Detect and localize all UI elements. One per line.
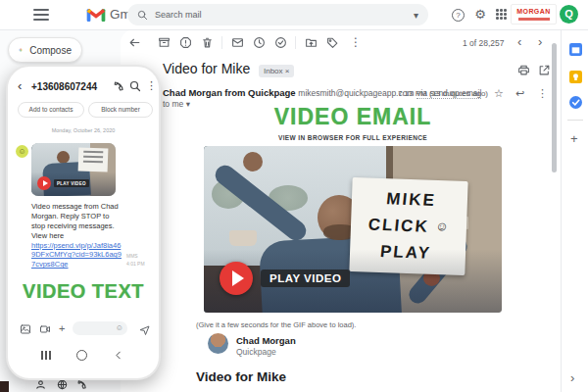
morgan-logo: MORGAN: [511, 4, 557, 24]
tasks-icon[interactable]: [569, 96, 582, 109]
video-email-thumbnail[interactable]: MIKE CLICK ☺ PLAY PLAY VIDEO: [204, 146, 502, 313]
view-in-browser-link[interactable]: VIEW IN BROWSER FOR FULL EXPERIENCE: [157, 134, 549, 141]
attach-video-icon[interactable]: [39, 323, 51, 335]
move-to-button[interactable]: [305, 35, 320, 51]
phone-search-icon[interactable]: [129, 80, 141, 92]
report-spam-button[interactable]: [179, 35, 195, 51]
inbox-label-text: Inbox: [264, 67, 283, 75]
gmail-app-window: Gmail Search mail ▾ ? ⚙ MORGAN Q Compose…: [0, 0, 588, 392]
play-video-label[interactable]: PLAY VIDEO: [261, 270, 350, 287]
message-link[interactable]: https://psend.vip/p/Jaf8ia469DFxCMfYg?ci…: [31, 241, 124, 270]
video-text-headline: VIDEO TEXT: [8, 280, 159, 303]
mini-play-triangle-icon: [43, 180, 48, 186]
google-side-panel: + ›: [561, 29, 588, 392]
play-triangle-icon: [232, 270, 244, 286]
labels-button[interactable]: [326, 35, 342, 51]
call-icon[interactable]: [113, 80, 124, 92]
block-number-button[interactable]: Block number: [88, 102, 153, 118]
email-timestamp: 7:13 PM (13 minutes ago): [353, 89, 488, 98]
conversation-date-header: Monday, October 26, 2020: [8, 127, 159, 133]
hide-side-panel-chevron[interactable]: ›: [570, 370, 574, 385]
message-meta: MMS 4:01 PM: [126, 253, 145, 268]
help-icon[interactable]: ?: [452, 9, 465, 22]
add-to-contacts-button[interactable]: Add to contacts: [18, 102, 84, 118]
mini-play-button[interactable]: [37, 176, 51, 190]
email-subject: Video for Mike: [163, 61, 250, 76]
composer-plus-icon[interactable]: +: [59, 322, 65, 334]
hamburger-menu-button[interactable]: [33, 9, 49, 21]
message-body-text: Video message from Chad Morgan. Reply ST…: [31, 202, 119, 240]
video-email-headline: VIDEO EMAIL: [157, 104, 549, 130]
to-me-caret-icon: ▾: [186, 99, 190, 109]
toolbar-separator: [221, 36, 222, 49]
compose-label: Compose: [29, 45, 72, 56]
mark-unread-button[interactable]: [231, 35, 247, 51]
to-me-text: to me: [163, 99, 183, 109]
emoji-icon[interactable]: ☺: [116, 323, 123, 332]
signature-name: Chad Morgan: [236, 335, 296, 346]
open-in-new-button[interactable]: [538, 63, 554, 78]
phone-contact-number: +13608607244: [31, 81, 97, 92]
calendar-icon[interactable]: [569, 43, 582, 56]
home-button[interactable]: [76, 350, 87, 361]
gif-load-caption: (Give it a few seconds for the GIF above…: [196, 320, 356, 329]
to-me-dropdown[interactable]: to me ▾: [163, 99, 190, 109]
newer-email-chevron[interactable]: ‹: [517, 34, 521, 49]
print-button[interactable]: [517, 63, 533, 78]
browser-globe-icon[interactable]: [57, 379, 68, 390]
signature-avatar: [208, 333, 228, 354]
message-more-icon[interactable]: ⋮: [537, 87, 548, 100]
phone-back-chevron[interactable]: ‹: [18, 78, 22, 93]
google-apps-grid-icon[interactable]: [496, 9, 508, 21]
email-body-heading: Video for Mike: [196, 369, 286, 384]
quickpage-extension-icon[interactable]: Q: [560, 5, 578, 24]
delete-button[interactable]: [201, 35, 217, 51]
mms-message-text: Video message from Chad Morgan. Reply ST…: [31, 202, 124, 270]
remove-label-icon[interactable]: ×: [285, 67, 290, 75]
message-time: 4:01 PM: [126, 261, 145, 269]
morgan-logo-text: MORGAN: [512, 7, 556, 17]
morgan-logo-subtext-strip: [518, 18, 550, 21]
keep-icon[interactable]: [569, 71, 582, 83]
corner-strip: [0, 381, 9, 392]
play-button[interactable]: [220, 262, 253, 295]
android-back-button[interactable]: [114, 350, 123, 361]
compose-plus-icon: [19, 44, 23, 56]
archive-button[interactable]: [158, 35, 173, 51]
panel-divider: [567, 120, 583, 121]
search-options-caret-icon[interactable]: ▾: [414, 10, 418, 21]
message-type: MMS: [126, 253, 145, 261]
phone-mockup: ‹ +13608607244 ⋮ Add to contacts Block n…: [6, 65, 161, 380]
more-options-icon[interactable]: ⋮: [348, 35, 364, 51]
settings-gear-icon[interactable]: ⚙: [471, 6, 489, 24]
gmail-header: Gmail Search mail ▾ ? ⚙ MORGAN Q: [0, 0, 588, 30]
toolbar-separator: [295, 36, 296, 49]
phone-app-icon[interactable]: [76, 379, 87, 390]
phone-more-icon[interactable]: ⋮: [146, 79, 157, 92]
older-email-chevron[interactable]: ›: [538, 34, 542, 49]
back-arrow-button[interactable]: [128, 35, 144, 51]
sender-name: Chad Morgan from Quickpage: [163, 87, 296, 98]
gmail-logo-icon[interactable]: [86, 8, 106, 22]
attach-image-icon[interactable]: [20, 323, 31, 335]
recent-apps-button[interactable]: [41, 351, 51, 360]
pagination-count: 1 of 28,257: [463, 38, 505, 48]
snooze-button[interactable]: [253, 35, 269, 51]
inbox-label-chip[interactable]: Inbox ×: [259, 65, 294, 77]
compose-button[interactable]: Compose: [8, 37, 82, 63]
star-icon[interactable]: ☆: [494, 87, 504, 100]
message-input-field[interactable]: ☺: [73, 321, 127, 335]
signature-company: Quickpage: [236, 347, 276, 357]
search-bar[interactable]: Search mail ▾: [127, 4, 428, 25]
reply-icon[interactable]: ↩: [515, 87, 524, 100]
search-icon: [137, 10, 148, 21]
add-to-tasks-button[interactable]: [274, 35, 290, 51]
sender-bitmoji-avatar: ☺: [16, 145, 28, 158]
contacts-app-icon[interactable]: [35, 379, 46, 390]
send-icon[interactable]: [139, 324, 151, 336]
mms-video-thumbnail[interactable]: PLAY VIDEO: [31, 143, 116, 196]
search-input[interactable]: Search mail: [155, 10, 414, 20]
get-addons-plus-icon[interactable]: +: [570, 131, 578, 146]
mini-play-video-label: PLAY VIDEO: [54, 179, 89, 187]
